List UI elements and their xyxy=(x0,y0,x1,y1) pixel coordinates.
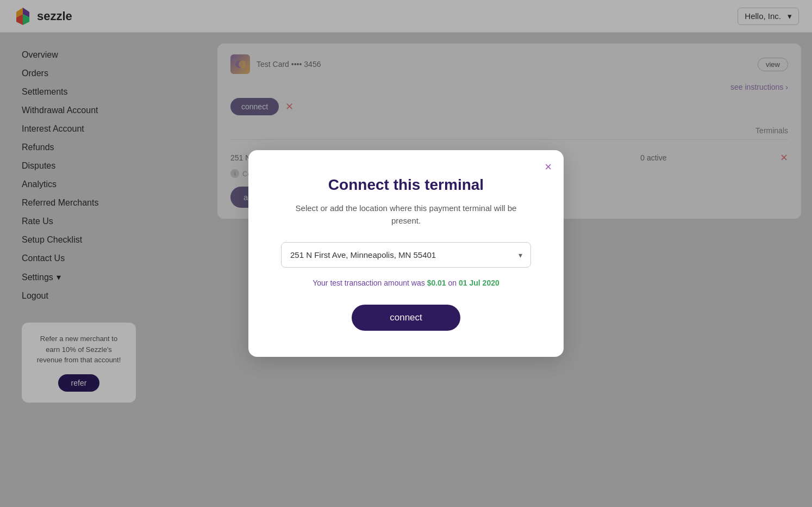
modal-connect-button[interactable]: connect xyxy=(352,305,460,331)
connect-terminal-modal: × Connect this terminal Select or add th… xyxy=(248,150,564,357)
modal-title: Connect this terminal xyxy=(281,176,531,194)
location-select[interactable]: 251 N First Ave, Minneapolis, MN 55401 xyxy=(281,242,531,268)
modal-close-button[interactable]: × xyxy=(545,160,552,174)
location-select-wrapper: 251 N First Ave, Minneapolis, MN 55401 ▾ xyxy=(281,242,531,268)
modal-subtitle: Select or add the location where this pa… xyxy=(281,202,531,227)
test-transaction-note: Your test transaction amount was $0.01 o… xyxy=(281,279,531,287)
modal-overlay: × Connect this terminal Select or add th… xyxy=(0,0,812,507)
